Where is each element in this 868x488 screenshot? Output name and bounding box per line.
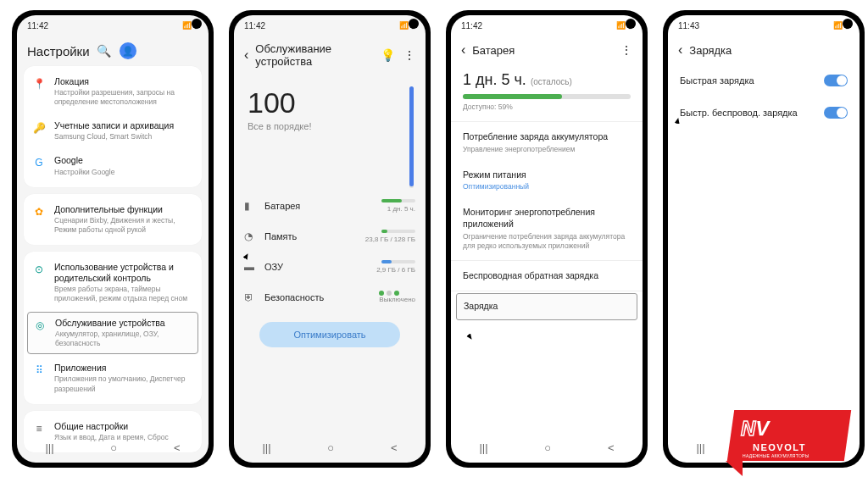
item-label: Google bbox=[54, 155, 193, 166]
settings-header: Настройки 🔍 👤 bbox=[17, 36, 209, 66]
item-label: Локация bbox=[54, 76, 193, 87]
back-icon[interactable]: ‹ bbox=[678, 42, 682, 58]
item-icon: 🔑 bbox=[32, 121, 46, 135]
page-title: Батарея bbox=[472, 44, 614, 57]
time-left: 1 дн. 5 ч. bbox=[463, 71, 526, 88]
back-icon[interactable]: ‹ bbox=[244, 47, 248, 63]
page-title: Настройки bbox=[27, 44, 90, 58]
item-sub: Сценарии Bixby, Движения и жесты, Режим … bbox=[54, 216, 193, 235]
battery-item[interactable]: Режим питанияОптимизированный bbox=[451, 162, 643, 200]
nav-home[interactable]: ○ bbox=[544, 441, 551, 454]
battery-item[interactable]: Потребление заряда аккумулятораУправлени… bbox=[451, 124, 643, 162]
camera-hole bbox=[192, 19, 202, 29]
item-icon: G bbox=[32, 156, 46, 169]
battery-item[interactable]: Мониторинг энергопотребления приложенийО… bbox=[451, 199, 643, 258]
search-icon[interactable]: 🔍 bbox=[97, 44, 111, 58]
item-icon: ⛨ bbox=[244, 291, 256, 303]
care-item[interactable]: ▬ОЗУ2,9 ГБ / 6 ГБ bbox=[234, 252, 426, 282]
nav-bar: ||| ○ < bbox=[17, 435, 209, 459]
item-label: ОЗУ bbox=[264, 262, 368, 272]
nav-recent[interactable]: ||| bbox=[262, 441, 270, 454]
charging-toggle[interactable]: Быстр. беспровод. зарядка bbox=[668, 97, 860, 129]
nav-recent[interactable]: ||| bbox=[479, 441, 487, 454]
nav-recent[interactable]: ||| bbox=[45, 441, 53, 454]
item-sub: Ограничение потребления заряда аккумулят… bbox=[463, 232, 631, 251]
settings-item[interactable]: 🔑Учетные записи и архивацияSamsung Cloud… bbox=[24, 114, 202, 148]
status-time: 11:42 bbox=[461, 21, 482, 30]
settings-item[interactable]: ✿Дополнительные функцииСценарии Bixby, Д… bbox=[24, 197, 202, 241]
item-icon: ⊙ bbox=[32, 263, 46, 276]
nav-back[interactable]: < bbox=[391, 441, 398, 454]
battery-summary: 1 дн. 5 ч. (осталось) Доступно: 59% bbox=[451, 64, 643, 119]
page-title: Обслуживание устройства bbox=[255, 42, 374, 68]
item-sub: Приложения по умолчанию, Диспетчер разре… bbox=[54, 374, 193, 393]
item-sub: Samsung Cloud, Smart Switch bbox=[54, 132, 193, 141]
avatar[interactable]: 👤 bbox=[120, 42, 136, 59]
settings-item[interactable]: GGoogleНастройки Google bbox=[24, 148, 202, 183]
device-score: 100 Все в порядке! bbox=[234, 75, 426, 140]
battery-item[interactable]: Зарядка bbox=[456, 293, 637, 320]
settings-item[interactable]: 📍ЛокацияНастройки разрешения, запросы на… bbox=[24, 69, 202, 114]
item-label: Дополнительные функции bbox=[54, 204, 193, 215]
status-time: 11:42 bbox=[27, 21, 48, 30]
score-bar bbox=[409, 86, 414, 188]
logo-tagline: НАДЕЖНЫЕ АККУМУЛЯТОРЫ bbox=[743, 453, 809, 458]
optimize-button[interactable]: Оптимизировать bbox=[259, 322, 400, 347]
item-value: 1 дн. 5 ч. bbox=[381, 199, 415, 213]
logo-brand: NEOVOLT bbox=[753, 442, 806, 452]
settings-item[interactable]: ⠿ПриложенияПриложения по умолчанию, Дисп… bbox=[24, 356, 202, 400]
charging-toggle[interactable]: Быстрая зарядка bbox=[668, 64, 860, 97]
item-sub: Аккумулятор, хранилище, ОЗУ, безопасност… bbox=[55, 330, 192, 348]
item-value: 23,8 ГБ / 128 ГБ bbox=[365, 230, 415, 243]
nav-home[interactable]: ○ bbox=[327, 441, 334, 454]
item-icon: ≡ bbox=[32, 422, 46, 435]
nav-back[interactable]: < bbox=[608, 441, 615, 454]
nav-bar: ||| ○ < bbox=[234, 435, 426, 459]
item-icon: ◔ bbox=[244, 230, 256, 242]
item-icon: ▮ bbox=[244, 200, 256, 212]
page-title: Зарядка bbox=[689, 44, 849, 57]
score-value: 100 bbox=[248, 86, 412, 119]
item-label: Потребление заряда аккумулятора bbox=[463, 131, 631, 143]
item-value: Выключено bbox=[379, 291, 415, 303]
item-sub: Управление энергопотреблением bbox=[463, 145, 631, 154]
header: ‹ Обслуживание устройства 💡 ⋮ bbox=[234, 36, 426, 75]
battery-bar bbox=[463, 94, 631, 99]
nav-bar: ||| ○ < bbox=[451, 435, 643, 459]
header: ‹ Зарядка bbox=[668, 36, 860, 64]
item-label: Память bbox=[264, 231, 357, 241]
item-sub: Оптимизированный bbox=[463, 182, 631, 191]
status-bar: 11:42 📶▮ bbox=[451, 15, 643, 36]
toggle-switch[interactable] bbox=[824, 75, 848, 86]
settings-item[interactable]: ◎Обслуживание устройстваАккумулятор, хра… bbox=[27, 312, 198, 354]
item-value: 2,9 ГБ / 6 ГБ bbox=[376, 260, 415, 274]
more-icon[interactable]: ⋮ bbox=[403, 48, 415, 62]
camera-hole bbox=[626, 19, 636, 29]
camera-hole bbox=[409, 19, 419, 29]
time-suffix: (осталось) bbox=[531, 77, 572, 86]
toggle-switch[interactable] bbox=[824, 107, 848, 119]
item-icon: ⠿ bbox=[32, 363, 46, 377]
nav-back[interactable]: < bbox=[174, 441, 181, 454]
item-label: Беспроводная обратная зарядка bbox=[463, 270, 631, 282]
item-sub: Настройки разрешения, запросы на определ… bbox=[54, 88, 193, 107]
care-item[interactable]: ◔Память23,8 ГБ / 128 ГБ bbox=[234, 221, 426, 252]
more-icon[interactable]: ⋮ bbox=[620, 43, 632, 57]
settings-item[interactable]: ⊙Использование устройства и родительский… bbox=[24, 255, 202, 310]
battery-pct: Доступно: 59% bbox=[463, 103, 631, 111]
bulb-icon[interactable]: 💡 bbox=[381, 48, 395, 62]
neovolt-logo: NV NEOVOLT НАДЕЖНЫЕ АККУМУЛЯТОРЫ bbox=[726, 410, 853, 476]
back-icon[interactable]: ‹ bbox=[461, 42, 465, 58]
item-icon: ▬ bbox=[244, 261, 256, 273]
nav-recent[interactable]: ||| bbox=[696, 441, 704, 454]
header: ‹ Батарея ⋮ bbox=[451, 36, 643, 64]
item-label: Зарядка bbox=[464, 301, 630, 313]
item-sub: Настройки Google bbox=[54, 168, 193, 177]
care-item[interactable]: ▮Батарея1 дн. 5 ч. bbox=[234, 191, 426, 221]
battery-item[interactable]: Беспроводная обратная зарядка bbox=[451, 263, 643, 290]
status-bar: 11:42 📶▮ bbox=[234, 15, 426, 36]
care-item[interactable]: ⛨БезопасностьВыключено bbox=[234, 282, 426, 312]
item-label: Батарея bbox=[264, 201, 373, 211]
nav-home[interactable]: ○ bbox=[110, 441, 117, 454]
status-bar: 11:43 📶▮ bbox=[668, 15, 860, 36]
